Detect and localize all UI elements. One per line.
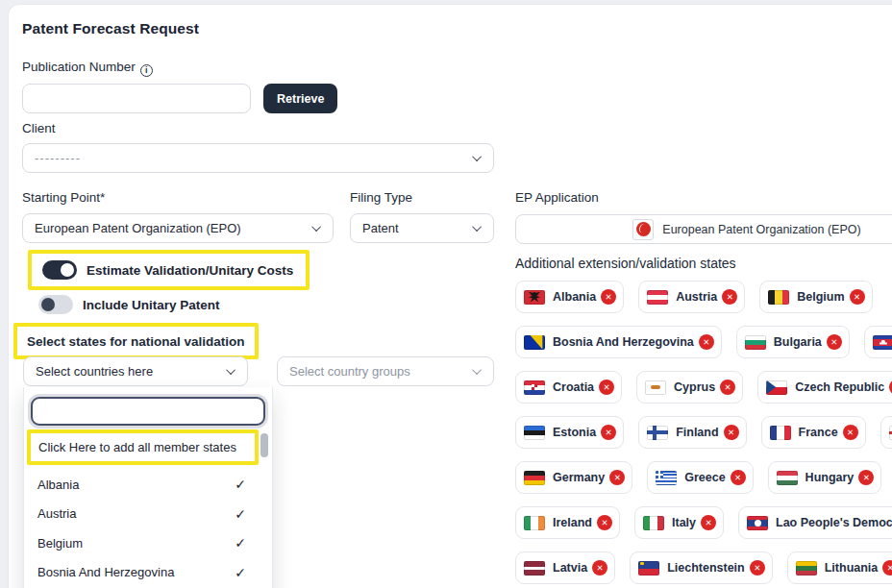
country-name: Ireland — [553, 516, 592, 529]
remove-country-icon[interactable]: ✕ — [599, 380, 614, 395]
retrieve-button[interactable]: Retrieve — [263, 84, 337, 113]
check-icon: ✓ — [235, 477, 246, 492]
country-name: Albania — [553, 290, 596, 304]
remove-country-icon[interactable]: ✕ — [601, 289, 616, 305]
publication-number-label-text: Publication Number — [22, 60, 136, 74]
extension-state-chip: Greece ✕ — [647, 461, 753, 494]
remove-country-icon[interactable]: ✕ — [609, 470, 625, 485]
extension-state-chip: Lithuania ✕ — [787, 551, 892, 584]
publication-number-label: Publication Numberi — [22, 60, 153, 77]
remove-country-icon[interactable]: ✕ — [843, 425, 858, 440]
scrollbar-thumb[interactable] — [260, 433, 268, 457]
select-countries-dropdown[interactable]: Select countries here — [23, 356, 248, 386]
remove-country-icon[interactable]: ✕ — [699, 334, 714, 350]
remove-country-icon[interactable]: ✕ — [858, 470, 874, 485]
country-options-list: Albania ✓ Austria ✓ Belgium ✓ Bosnia And… — [24, 470, 272, 588]
remove-country-icon[interactable]: ✕ — [827, 334, 842, 350]
country-name: Finland — [676, 426, 718, 439]
extension-state-chip: Cyprus ✕ — [636, 371, 743, 404]
country-option[interactable]: Austria ✓ — [24, 500, 272, 529]
starting-point-select[interactable]: European Patent Organization (EPO) — [22, 213, 334, 243]
country-flag-icon — [768, 290, 789, 305]
extension-state-chip: Finland ✕ — [638, 416, 746, 449]
country-name: Italy — [672, 516, 696, 529]
extension-state-chip: Bosnia And Herzegovina ✕ — [515, 326, 722, 358]
extension-state-chip: Albania ✕ — [515, 281, 624, 313]
extension-state-chip: Hungary ✕ — [768, 461, 882, 494]
extension-state-chip: Germany ✕ — [515, 461, 632, 494]
remove-country-icon[interactable]: ✕ — [882, 560, 892, 576]
country-flag-icon — [873, 335, 892, 350]
extension-state-chip: Belgium ✕ — [759, 281, 872, 313]
filing-type-select[interactable]: Patent — [350, 213, 494, 243]
country-name: France — [799, 426, 838, 439]
check-icon: ✓ — [235, 535, 246, 551]
country-flag-icon — [524, 335, 545, 350]
client-select[interactable]: --------- — [22, 143, 494, 173]
country-flag-icon — [643, 516, 664, 530]
country-flag-icon — [777, 471, 798, 485]
extension-state-chip: Liechtenstein ✕ — [630, 551, 773, 584]
country-flag-icon — [524, 561, 545, 576]
chevron-down-icon — [472, 152, 482, 161]
country-flag-icon — [645, 380, 666, 395]
remove-country-icon[interactable]: ✕ — [720, 380, 735, 395]
highlight-box-select-states: Select states for national validation — [13, 323, 259, 359]
country-flag-icon — [647, 290, 668, 305]
country-name: Greece — [684, 471, 725, 484]
filing-type-label: Filing Type — [350, 190, 412, 205]
highlight-box-add-all: Click Here to add all member states — [27, 429, 259, 465]
country-name: Estonia — [553, 426, 596, 439]
country-name: Cyprus — [674, 380, 715, 394]
country-search-input[interactable] — [31, 397, 265, 426]
country-name: Belgium — [797, 290, 844, 304]
country-option[interactable]: Bosnia And Herzegovina ✓ — [24, 558, 272, 588]
country-name: Croatia — [553, 380, 594, 394]
patent-forecast-card: Patent Forecast Request Publication Numb… — [8, 4, 892, 588]
remove-country-icon[interactable]: ✕ — [731, 470, 746, 485]
extension-state-chip: Austria ✕ — [638, 281, 745, 313]
country-option-label: Belgium — [37, 536, 83, 551]
starting-point-value: European Patent Organization (EPO) — [35, 221, 241, 235]
client-label: Client — [22, 121, 56, 135]
page-title: Patent Forecast Request — [22, 20, 199, 37]
country-option[interactable]: Albania ✓ — [24, 470, 272, 500]
select-country-groups-dropdown[interactable]: Select country groups — [277, 356, 494, 386]
country-name: Bosnia And Herzegovina — [553, 335, 694, 349]
remove-country-icon[interactable]: ✕ — [722, 289, 737, 305]
country-option-label: Bosnia And Herzegovina — [37, 565, 174, 579]
extension-state-chip: Bulgaria ✕ — [736, 326, 850, 358]
info-icon[interactable]: i — [140, 64, 153, 77]
remove-country-icon[interactable]: ✕ — [750, 560, 765, 576]
add-all-member-states-option[interactable]: Click Here to add all member states — [31, 433, 255, 461]
remove-country-icon[interactable]: ✕ — [601, 425, 616, 440]
remove-country-icon[interactable]: ✕ — [597, 515, 612, 530]
estimate-costs-toggle[interactable] — [42, 260, 77, 280]
check-icon: ✓ — [235, 565, 246, 580]
country-flag-icon — [638, 561, 659, 576]
chevron-down-icon — [226, 365, 235, 375]
country-option-label: Austria — [37, 506, 76, 521]
publication-number-input[interactable] — [22, 84, 251, 113]
extension-state-chip: Cambodia ✕ — [864, 326, 892, 358]
remove-country-icon[interactable]: ✕ — [592, 560, 607, 576]
ep-application-field: European Patent Organization (EPO) — [515, 214, 892, 244]
country-name: Liechtenstein — [667, 561, 745, 575]
country-flag-icon — [745, 335, 766, 350]
extension-state-chip: Ireland ✕ — [515, 506, 620, 539]
filing-type-value: Patent — [362, 221, 399, 235]
remove-country-icon[interactable]: ✕ — [724, 425, 739, 440]
country-name: Czech Republic — [795, 380, 884, 394]
countries-dropdown-panel: Click Here to add all member states Alba… — [23, 387, 273, 588]
remove-country-icon[interactable]: ✕ — [850, 289, 865, 305]
country-option[interactable]: Belgium ✓ — [24, 528, 272, 558]
country-name: Bulgaria — [774, 335, 822, 349]
remove-country-icon[interactable]: ✕ — [701, 515, 716, 530]
country-name: Lithuania — [825, 561, 879, 575]
select-countries-value: Select countries here — [36, 364, 153, 379]
check-icon: ✓ — [235, 506, 246, 522]
include-unitary-toggle[interactable] — [38, 295, 73, 314]
unitary-patent-row: Include Unitary Patent — [38, 295, 220, 314]
country-flag-icon — [524, 516, 545, 530]
country-name: Germany — [553, 471, 605, 484]
